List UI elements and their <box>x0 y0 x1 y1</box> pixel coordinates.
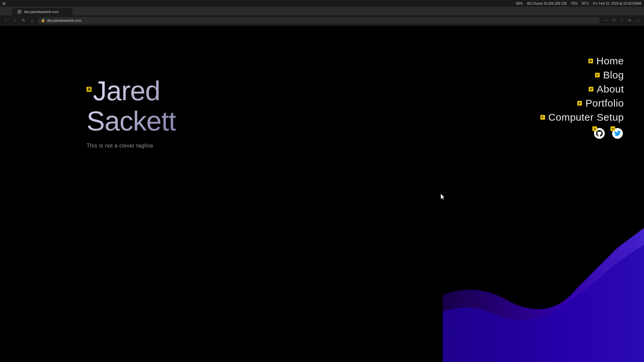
nav-badge-portfolio: E <box>577 101 582 106</box>
hero-badge-a: A <box>87 87 92 92</box>
hero-last-name: Sackett <box>87 106 176 136</box>
hero-tagline: This is not a clever tagline <box>87 143 176 149</box>
nav-badge-computer-setup: F <box>540 115 545 120</box>
nav-badge-blog: C <box>595 73 600 77</box>
mouse-cursor <box>441 194 445 200</box>
reload-button[interactable]: ↻ <box>20 17 27 24</box>
active-tab[interactable]: dev.jaredsackett.com <box>12 8 72 15</box>
browser-window: dev.jaredsackett.com ‹ › ↻ ⌂ 🔒 dev.jared… <box>0 7 644 362</box>
purple-wave-decoration <box>443 228 644 362</box>
battery2-indicator: 75% <box>571 2 578 5</box>
nav-label-about: About <box>597 83 624 95</box>
page-content: AJared Sackett This is not a clever tagl… <box>9 32 644 362</box>
tab-favicon <box>17 10 21 14</box>
browser-nav-bar: ‹ › ↻ ⌂ 🔒 dev.jaredsackett.com ⋯ 🛡 ☆ ↻ □ <box>0 15 644 25</box>
nav-item-computer-setup[interactable]: F Computer Setup <box>540 110 624 124</box>
hero-name: AJared Sackett <box>87 76 176 136</box>
url-text: dev.jaredsackett.com <box>47 18 82 22</box>
system-bar-left: ⊞ <box>3 2 5 5</box>
system-bar: ⊞ 66% ACI-Guest 10.255.209.135 75% 35°C … <box>0 0 644 7</box>
refresh-icon[interactable]: ↻ <box>627 17 633 24</box>
url-bar[interactable]: 🔒 dev.jaredsackett.com <box>38 17 600 24</box>
back-button[interactable]: ‹ <box>3 17 9 24</box>
nav-item-home[interactable]: B Home <box>588 54 624 68</box>
nav-label-home: Home <box>596 55 624 67</box>
tab-label: dev.jaredsackett.com <box>24 10 59 14</box>
system-icon: ⊞ <box>3 2 5 5</box>
twitter-link[interactable]: H <box>611 127 624 140</box>
home-button[interactable]: ⌂ <box>29 17 36 24</box>
hero-first-name: AJared <box>87 76 176 106</box>
shield-icon[interactable]: 🛡 <box>610 17 617 24</box>
social-badge-github: G <box>592 126 597 131</box>
temp-indicator: 35°C <box>582 2 589 5</box>
nav-item-about[interactable]: D About <box>589 82 624 96</box>
datetime-indicator: Fri, Feb 15, 2019 at 10:42:03AM <box>593 2 641 5</box>
social-links: G H <box>593 127 624 140</box>
nav-label-blog: Blog <box>603 69 624 81</box>
nav-item-blog[interactable]: C Blog <box>595 68 624 82</box>
hero-section: AJared Sackett This is not a clever tagl… <box>87 76 176 149</box>
nav-badge-home: B <box>588 59 593 63</box>
nav-badge-about: D <box>589 87 593 92</box>
bookmarks-icon[interactable]: ⋯ <box>602 17 609 24</box>
battery-indicator: 66% <box>516 2 523 5</box>
github-link[interactable]: G <box>593 127 606 140</box>
star-icon[interactable]: ☆ <box>619 17 625 24</box>
sidebar-toggle-icon[interactable]: □ <box>635 17 641 24</box>
network-indicator: ACI-Guest 10.255.209.135 <box>527 2 567 5</box>
system-bar-right: 66% ACI-Guest 10.255.209.135 75% 35°C Fr… <box>516 2 641 5</box>
forward-button[interactable]: › <box>11 17 18 24</box>
nav-item-portfolio[interactable]: E Portfolio <box>577 96 624 110</box>
main-navigation: B Home C Blog D About E Portfolio F Comp… <box>540 54 624 140</box>
nav-icons-right: ⋯ 🛡 ☆ ↻ □ <box>602 17 641 24</box>
nav-label-portfolio: Portfolio <box>585 98 624 109</box>
url-lock-icon: 🔒 <box>41 18 45 22</box>
tab-bar: dev.jaredsackett.com <box>0 7 644 15</box>
nav-label-computer-setup: Computer Setup <box>548 112 624 123</box>
social-badge-twitter: H <box>610 126 615 131</box>
